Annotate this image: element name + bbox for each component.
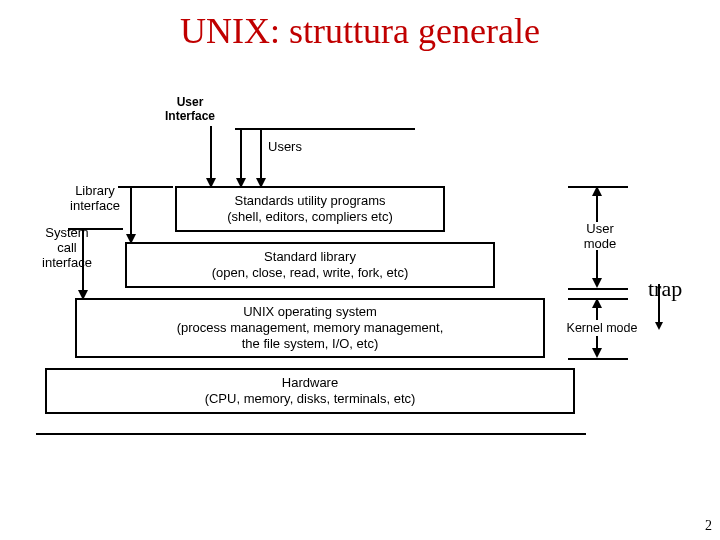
page-number: 2: [705, 518, 712, 534]
layer-os: UNIX operating system (process managemen…: [75, 298, 545, 358]
syscall-tick: [68, 228, 123, 230]
kernelmode-bot: [568, 358, 628, 360]
arrow-library-iface: [130, 186, 132, 244]
top-hline: [235, 128, 415, 130]
label-library-interface: Library interface: [65, 184, 125, 214]
label-syscall-interface: System call interface: [38, 226, 96, 271]
layer-utilities: Standards utility programs (shell, edito…: [175, 186, 445, 232]
lib-tick: [118, 186, 173, 188]
arrow-users-down-2: [260, 128, 262, 188]
label-user-mode: User mode: [578, 222, 622, 252]
arrow-users-down-1: [240, 128, 242, 188]
stdlib-name: Standard library: [264, 249, 356, 265]
stdlib-sub: (open, close, read, write, fork, etc): [212, 265, 409, 281]
util-name: Standards utility programs: [234, 193, 385, 209]
usermode-bot: [568, 288, 628, 290]
label-user-interface: User Interface: [155, 96, 225, 124]
os-name: UNIX operating system: [243, 304, 377, 320]
layer-hardware: Hardware (CPU, memory, disks, terminals,…: [45, 368, 575, 414]
annotation-trap: trap: [648, 276, 682, 302]
util-sub: (shell, editors, compliers etc): [227, 209, 392, 225]
arrow-user-iface-down: [210, 126, 212, 188]
baseline: [36, 433, 586, 435]
page-title: UNIX: struttura generale: [0, 10, 720, 52]
arrow-syscall-iface: [82, 228, 84, 300]
unix-layers-diagram: User Interface Users Standards utility p…: [50, 98, 615, 468]
hw-sub: (CPU, memory, disks, terminals, etc): [205, 391, 416, 407]
label-kernel-mode: Kernel mode: [562, 321, 642, 335]
label-users: Users: [268, 140, 302, 155]
os-sub: (process management, memory management, …: [177, 320, 444, 353]
hw-name: Hardware: [282, 375, 338, 391]
layer-stdlib: Standard library (open, close, read, wri…: [125, 242, 495, 288]
